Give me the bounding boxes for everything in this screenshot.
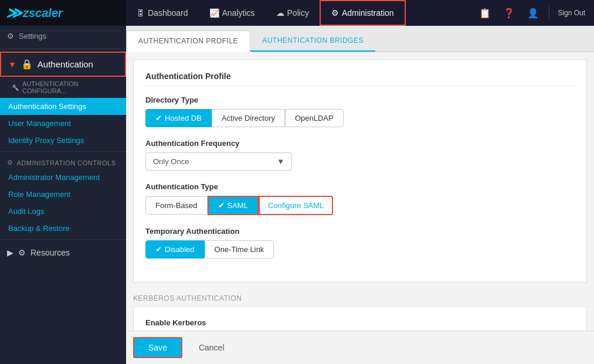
sidebar-auth-config[interactable]: 🔧 Authentication Configura... xyxy=(0,77,126,98)
settings-label: Settings xyxy=(19,32,46,40)
nav-right-actions: 📋 ❓ 👤 Sign Out xyxy=(474,6,594,20)
help-icon[interactable]: ❓ xyxy=(498,8,520,19)
active-directory-label: Active Directory xyxy=(222,114,275,123)
section-title: Authentication Profile xyxy=(145,72,575,86)
temp-auth-label: Temporary Authentication xyxy=(145,227,575,236)
sidebar-backup-restore[interactable]: Backup & Restore xyxy=(0,220,126,237)
one-time-link-label: One-Time Link xyxy=(215,245,264,254)
checklist-icon[interactable]: 📋 xyxy=(474,8,495,19)
sidebar-audit-logs[interactable]: Audit Logs xyxy=(0,203,126,220)
auth-frequency-group: Authentication Frequency Only Once ▼ xyxy=(145,139,575,171)
settings-icon: ⚙ xyxy=(7,32,14,40)
sign-out-button[interactable]: Sign Out xyxy=(555,9,588,17)
btn-one-time-link[interactable]: One-Time Link xyxy=(205,240,274,258)
btn-configure-saml[interactable]: Configure SAML xyxy=(259,196,333,215)
btn-form-based[interactable]: Form-Based xyxy=(145,196,208,215)
auth-frequency-value: Only Once xyxy=(153,157,189,166)
auth-frequency-select[interactable]: Only Once ▼ xyxy=(145,152,292,171)
tab-profile-label: Authentication Profile xyxy=(138,37,238,45)
backup-restore-label: Backup & Restore xyxy=(8,224,70,233)
lock-icon: 🔒 xyxy=(21,59,33,70)
nav-administration[interactable]: ⚙ Administration xyxy=(320,0,406,26)
main-layout: ⚙ Settings ▼ 🔒 Authentication 🔧 Authenti… xyxy=(0,26,594,364)
sidebar-settings[interactable]: ⚙ Settings xyxy=(0,26,126,46)
administration-icon: ⚙ xyxy=(331,8,339,18)
top-nav: ≫ zscaler 🎛 Dashboard 📈 Analytics ☁ Poli… xyxy=(0,0,594,26)
auth-frequency-label: Authentication Frequency xyxy=(145,139,575,148)
analytics-icon: 📈 xyxy=(209,8,219,18)
resources-icon: ⚙ xyxy=(18,248,26,257)
kerberos-section-wrapper: Kerberos Authentication Enable Kerberos … xyxy=(133,290,587,331)
sidebar-auth-settings[interactable]: Authentication Settings xyxy=(0,98,126,115)
btn-active-directory[interactable]: Active Directory xyxy=(212,109,285,127)
sidebar-resources[interactable]: ▶ ⚙ Resources xyxy=(0,242,126,263)
cancel-button[interactable]: Cancel xyxy=(189,338,234,357)
check-icon-saml: ✔ xyxy=(218,201,225,210)
identity-proxy-label: Identity Proxy Settings xyxy=(8,136,84,145)
nav-policy[interactable]: ☁ Policy xyxy=(266,0,320,26)
sidebar-user-management[interactable]: User Management xyxy=(0,115,126,132)
btn-hosted-db[interactable]: ✔ Hosted DB xyxy=(145,109,212,127)
arrow-down-icon: ▼ xyxy=(8,60,16,69)
form-based-label: Form-Based xyxy=(155,201,198,210)
user-management-label: User Management xyxy=(8,119,71,128)
disabled-label: Disabled xyxy=(165,245,195,254)
sidebar-divider-2 xyxy=(0,151,126,152)
kerberos-section-title: Kerberos Authentication xyxy=(133,290,587,306)
sidebar: ⚙ Settings ▼ 🔒 Authentication 🔧 Authenti… xyxy=(0,26,126,364)
auth-section-label: Authentication xyxy=(38,59,93,69)
check-icon-disabled: ✔ xyxy=(155,245,162,254)
sidebar-auth-header[interactable]: ▼ 🔒 Authentication xyxy=(0,52,126,77)
temp-auth-options: ✔ Disabled One-Time Link xyxy=(145,240,575,258)
save-button[interactable]: Save xyxy=(133,337,182,358)
auth-type-options: Form-Based ✔ SAML Configure SAML xyxy=(145,196,575,215)
logo-area: ≫ zscaler xyxy=(0,0,126,26)
role-management-label: Role Management xyxy=(8,190,70,199)
form-footer: Save Cancel xyxy=(126,331,594,364)
audit-logs-label: Audit Logs xyxy=(8,207,44,216)
directory-type-options: ✔ Hosted DB Active Directory OpenLDAP xyxy=(145,109,575,127)
hosted-db-label: Hosted DB xyxy=(165,114,202,123)
admin-controls-header: ⚙ Administration Controls xyxy=(0,154,126,169)
nav-items: 🎛 Dashboard 📈 Analytics ☁ Policy ⚙ Admin… xyxy=(126,0,594,26)
wrench-icon: 🔧 xyxy=(12,84,19,91)
auth-type-group: Authentication Type Form-Based ✔ SAML Co… xyxy=(145,182,575,215)
admin-controls-label: Administration Controls xyxy=(17,159,116,166)
sidebar-divider-1 xyxy=(0,49,126,49)
sidebar-role-management[interactable]: Role Management xyxy=(0,186,126,203)
btn-saml[interactable]: ✔ SAML xyxy=(208,196,259,215)
admin-controls-icon: ⚙ xyxy=(7,159,13,166)
tab-auth-profile[interactable]: Authentication Profile xyxy=(126,30,250,52)
configure-saml-label: Configure SAML xyxy=(268,201,324,210)
directory-type-label: Directory Type xyxy=(145,96,575,104)
tab-bridges-label: Authentication Bridges xyxy=(262,36,364,45)
auth-type-label: Authentication Type xyxy=(145,182,575,191)
temp-auth-group: Temporary Authentication ✔ Disabled One-… xyxy=(145,227,575,258)
logo-text: zscaler xyxy=(23,6,63,20)
nav-separator xyxy=(549,6,549,20)
sidebar-identity-proxy[interactable]: Identity Proxy Settings xyxy=(0,132,126,149)
sidebar-admin-management[interactable]: Administrator Management xyxy=(0,169,126,186)
form-container: Authentication Profile Directory Type ✔ … xyxy=(133,59,587,283)
nav-analytics-label: Analytics xyxy=(222,8,255,18)
resources-arrow-icon: ▶ xyxy=(7,248,13,257)
tab-auth-bridges[interactable]: Authentication Bridges xyxy=(250,30,375,52)
content-area: Authentication Profile Authentication Br… xyxy=(126,26,594,364)
tab-bar: Authentication Profile Authentication Br… xyxy=(126,26,594,52)
nav-dashboard-label: Dashboard xyxy=(148,8,188,18)
user-icon[interactable]: 👤 xyxy=(522,8,544,19)
nav-analytics[interactable]: 📈 Analytics xyxy=(199,0,266,26)
directory-type-group: Directory Type ✔ Hosted DB Active Direct… xyxy=(145,96,575,127)
sidebar-divider-3 xyxy=(0,239,126,240)
nav-policy-label: Policy xyxy=(287,8,309,18)
form-scroll: Authentication Profile Directory Type ✔ … xyxy=(126,52,594,331)
admin-management-label: Administrator Management xyxy=(8,173,100,182)
nav-dashboard[interactable]: 🎛 Dashboard xyxy=(126,0,199,26)
auth-settings-label: Authentication Settings xyxy=(8,102,86,111)
auth-config-label: Authentication Configura... xyxy=(22,80,118,94)
kerberos-container: Enable Kerberos ✕ xyxy=(133,306,587,331)
btn-disabled[interactable]: ✔ Disabled xyxy=(145,240,205,258)
saml-label: SAML xyxy=(228,201,248,210)
kerberos-enable-label: Enable Kerberos xyxy=(145,318,575,327)
btn-openldap[interactable]: OpenLDAP xyxy=(285,109,344,127)
